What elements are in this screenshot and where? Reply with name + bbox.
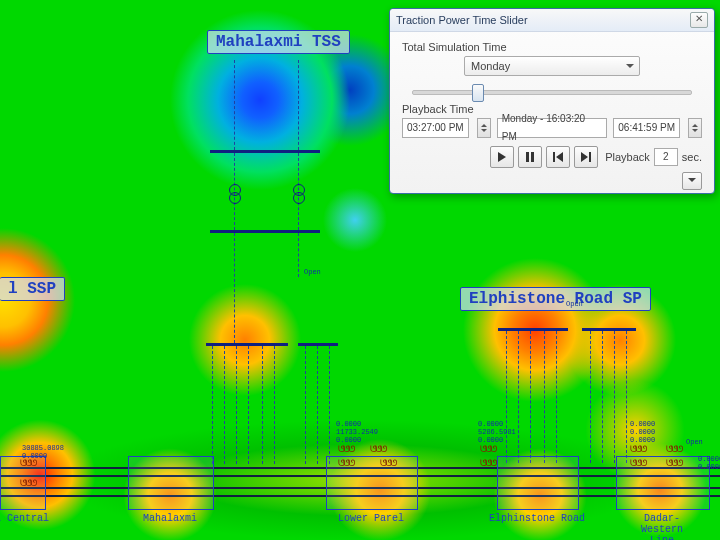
readout: 0.0000 (336, 420, 361, 428)
at-icon: ᘎᘎᘎ (480, 444, 504, 456)
dialog-body: Total Simulation Time Monday Playback Ti… (390, 32, 714, 201)
slider-track (412, 90, 692, 95)
label-ssp: l SSP (0, 277, 65, 301)
readout: 0.0000 (336, 436, 361, 444)
open-label: Open (304, 268, 321, 276)
playback-speed-input[interactable]: 2 (654, 148, 678, 166)
drop (626, 331, 627, 463)
drop (518, 331, 519, 463)
heatmap-canvas: Mahalaxmi TSS l SSP Elphistone Road SP O… (0, 0, 720, 540)
pause-button[interactable] (518, 146, 542, 168)
at-icon: ᘎᘎᘎ (630, 458, 654, 470)
readout: 0.0000 (698, 463, 720, 471)
station-label: Lower Parel (338, 513, 404, 524)
drop (556, 331, 557, 463)
readout: 0.0000 (630, 428, 655, 436)
end-time[interactable]: 06:41:59 PM (613, 118, 680, 138)
drop (614, 331, 615, 463)
station-label: Dadar-Western Line (633, 513, 691, 540)
drop (248, 346, 249, 464)
readout: 0.0000 (630, 436, 655, 444)
transformer-icon (227, 184, 241, 204)
tss-drop-1 (234, 233, 235, 343)
drop (544, 331, 545, 463)
readout: 0.0000 (630, 420, 655, 428)
spinner-icon[interactable] (477, 118, 491, 138)
readout: 30885.0898 (22, 444, 64, 452)
drop (274, 346, 275, 464)
drop (590, 331, 591, 463)
step-forward-button[interactable] (574, 146, 598, 168)
drop (602, 331, 603, 463)
playback-word: Playback (605, 151, 650, 163)
dialog-titlebar[interactable]: Traction Power Time Slider ✕ (390, 9, 714, 32)
at-icon: ᘎᘎᘎ (20, 478, 44, 490)
at-icon: ᘎᘎᘎ (480, 458, 504, 470)
open-label: Open (686, 438, 703, 446)
drop (506, 331, 507, 463)
bus-mahalaxmi-a (206, 343, 288, 346)
label-mahalaxmi-tss: Mahalaxmi TSS (207, 30, 350, 54)
dialog-title-text: Traction Power Time Slider (396, 14, 528, 26)
at-icon: ᘎᘎᘎ (380, 458, 404, 470)
readout: 0.0000 (478, 436, 503, 444)
at-icon: ᘎᘎᘎ (630, 444, 654, 456)
drop (224, 346, 225, 464)
label-elphistone-sp: Elphistone Road SP (460, 287, 651, 311)
options-dropdown-button[interactable] (682, 172, 702, 190)
end-time-text: 06:41:59 PM (618, 119, 675, 137)
station-label: Mahalaxmi (143, 513, 197, 524)
readout: 0.0000 (22, 452, 47, 460)
station-label: i Central (0, 513, 49, 524)
at-icon: ᘎᘎᘎ (338, 458, 362, 470)
tss-feeder-2 (298, 60, 299, 150)
step-back-button[interactable] (546, 146, 570, 168)
drop (262, 346, 263, 464)
drop (236, 346, 237, 464)
station-label: Elphinstone Road (489, 513, 585, 524)
spinner-icon[interactable] (688, 118, 702, 138)
drop (305, 346, 306, 464)
drop (530, 331, 531, 463)
at-icon: ᘎᘎᘎ (338, 444, 362, 456)
time-slider-dialog[interactable]: Traction Power Time Slider ✕ Total Simul… (389, 8, 715, 194)
slider-thumb[interactable] (472, 84, 484, 102)
station-box-elphinstone (497, 456, 579, 510)
close-button[interactable]: ✕ (690, 12, 708, 28)
tss-drop-2 (298, 233, 299, 277)
at-icon: ᘎᘎᘎ (370, 444, 394, 456)
station-box-mahalaxmi (128, 456, 214, 510)
drop (212, 346, 213, 464)
playback-label: Playback Time (402, 103, 474, 115)
readout: 0.0000 (478, 420, 503, 428)
bus-mahalaxmi-b (298, 343, 338, 346)
bus-tss-a (210, 150, 320, 153)
mode-select[interactable]: Monday (464, 56, 640, 76)
bus-tss-b (210, 230, 320, 233)
at-icon: ᘎᘎᘎ (666, 458, 690, 470)
total-sim-label: Total Simulation Time (402, 41, 507, 53)
readout: 11733.2549 (336, 428, 378, 436)
transformer-icon (291, 184, 305, 204)
drop (329, 346, 330, 464)
start-time-text: 03:27:00 PM (407, 119, 464, 137)
readout: 0.0000 (698, 455, 720, 463)
playback-unit: sec. (682, 151, 702, 163)
tss-feeder-1 (234, 60, 235, 150)
bus-sp-a (498, 328, 568, 331)
start-time[interactable]: 03:27:00 PM (402, 118, 469, 138)
current-time: Monday - 16:03:20 PM (497, 118, 608, 138)
drop (317, 346, 318, 464)
readout: 5286.5981 (478, 428, 516, 436)
time-slider[interactable] (412, 82, 692, 100)
open-label: Open (566, 300, 583, 308)
play-button[interactable] (490, 146, 514, 168)
